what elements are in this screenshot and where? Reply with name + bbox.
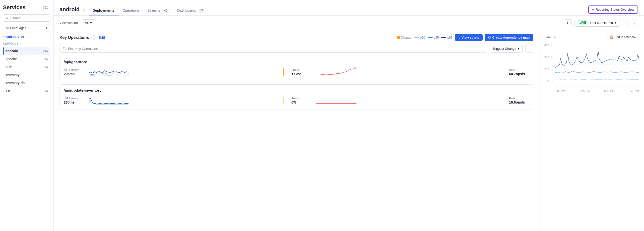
service-lang: Go xyxy=(44,65,48,69)
live-badge: LIVE xyxy=(578,20,588,25)
view-spans-button[interactable]: ↓ View spans xyxy=(455,34,483,41)
action-buttons: ↓ View spans ⬡ Create dependency map xyxy=(455,34,533,41)
tab-dashboards[interactable]: Dashboards 47 xyxy=(173,6,209,16)
errors-label: Errors xyxy=(291,97,311,100)
p50-line xyxy=(414,37,419,38)
latency-metric: p99 Latency 205ms xyxy=(64,68,84,76)
main-content: android ☆ Deployments Operations Streams… xyxy=(54,0,644,231)
errors-chart xyxy=(316,66,504,78)
key-ops-title: Key Operations xyxy=(60,35,89,40)
key-ops-search-input[interactable] xyxy=(68,47,484,50)
legend-p50: p50 xyxy=(414,36,425,39)
reporting-status-button[interactable]: ≡ Reporting Status Overview xyxy=(588,6,638,14)
latency-chart-container: 400ms 300ms 200ms 100ms xyxy=(544,43,639,92)
service-lang: Go xyxy=(43,49,48,53)
operation-row: /api/update-inventory p99 Latency 285ms xyxy=(60,84,533,110)
star-icon[interactable]: ☆ xyxy=(82,7,86,12)
legend-p95: p95 xyxy=(428,36,439,39)
dependency-icon: ⬡ xyxy=(488,36,491,39)
svg-point-4 xyxy=(355,103,356,104)
sidebar-title: Services xyxy=(3,4,26,11)
page-header: android ☆ Deployments Operations Streams… xyxy=(54,0,644,16)
latency-chart-title: Latency xyxy=(544,35,556,39)
errors-label: Errors xyxy=(291,68,311,72)
sidebar-item-android[interactable]: android Go xyxy=(3,47,50,55)
tab-streams[interactable]: Streams 40 xyxy=(144,6,173,16)
change-bar xyxy=(284,68,284,76)
list-icon: ≡ xyxy=(592,8,594,12)
service-name: auth xyxy=(6,65,12,69)
view-version-label: View version: xyxy=(60,21,79,25)
sidebar-item-apache[interactable]: apache Go xyxy=(3,55,50,63)
filter-select[interactable]: Biggest Change ▾ xyxy=(490,45,523,52)
chart-x-labels: 6:00 PM 6:15 PM 6:30 PM 6:45 PM xyxy=(555,90,639,92)
latency-chart xyxy=(89,95,276,106)
latency-chart xyxy=(89,66,276,78)
p95-line xyxy=(428,37,432,38)
more-options-button[interactable]: ⋮ xyxy=(525,44,533,52)
service-name: inventory xyxy=(6,73,20,77)
next-button[interactable]: › xyxy=(632,19,638,26)
help-icon[interactable]: ? xyxy=(92,35,96,40)
operation-row: /api/get-store p99 Latency 205ms xyxy=(60,56,533,82)
streams-badge: 40 xyxy=(162,9,169,13)
sidebar-search-box[interactable] xyxy=(3,14,50,22)
legend: Change p50 p95 p99 xyxy=(397,36,452,39)
rate-value: 68.7ops/s xyxy=(509,72,529,76)
sidebar-item-auth[interactable]: auth Go xyxy=(3,63,50,71)
tab-operations[interactable]: Operations xyxy=(118,6,144,16)
content-area: Key Operations ? Edit Change p50 p95 xyxy=(54,30,644,231)
service-name: android xyxy=(6,49,18,53)
sidebar-search-input[interactable] xyxy=(10,16,48,20)
services-list: android Go apache Go auth Go inventory i… xyxy=(3,47,50,95)
search-filter-row: Biggest Change ▾ ⋮ xyxy=(60,44,533,52)
errors-metric: Errors 0% xyxy=(291,97,311,104)
rate-metric: Rate 68.7ops/s xyxy=(509,68,529,76)
language-filter[interactable]: All Languages ▾ xyxy=(3,24,50,32)
operation-metrics: p99 Latency 205ms xyxy=(64,66,529,78)
sidebar-item-ios[interactable]: iOS Go xyxy=(3,87,50,95)
sidebar-item-inventory[interactable]: inventory xyxy=(3,71,50,79)
chart-panel: Latency 📋 Add to notebook 400ms 300ms 20… xyxy=(540,30,644,231)
p99-line xyxy=(441,37,446,38)
errors-value: 17.3% xyxy=(291,72,311,76)
pause-icon: ⏸ xyxy=(566,21,569,25)
operation-name: /api/update-inventory xyxy=(64,88,529,92)
sidebar-item-inventory-db[interactable]: inventory-db xyxy=(3,79,50,87)
tabs: Deployments Operations Streams 40 Dashbo… xyxy=(89,6,209,16)
time-range-select[interactable]: LIVE Last 60 minutes ▾ xyxy=(574,19,620,27)
create-dependency-map-button[interactable]: ⬡ Create dependency map xyxy=(484,34,533,41)
prev-button[interactable]: ‹ xyxy=(623,19,629,26)
chart-y-labels: 400ms 300ms 200ms 100ms xyxy=(544,43,555,92)
change-color xyxy=(397,36,400,39)
edit-link[interactable]: Edit xyxy=(98,36,105,40)
latency-label: p99 Latency xyxy=(64,97,84,100)
key-ops-header: Key Operations ? Edit Change p50 p95 xyxy=(60,34,533,41)
add-service-button[interactable]: + Add service xyxy=(3,35,50,38)
expand-icon[interactable] xyxy=(43,4,50,11)
operation-metrics: p99 Latency 285ms xyxy=(64,95,529,106)
chevron-down-icon: ▾ xyxy=(615,21,616,25)
service-name: apache xyxy=(6,57,17,61)
chevron-down-icon: ▾ xyxy=(90,21,92,25)
chevron-down-icon: ▾ xyxy=(518,47,520,50)
rate-label: Rate xyxy=(509,68,529,72)
service-name: iOS xyxy=(6,89,11,93)
tab-deployments[interactable]: Deployments xyxy=(89,6,118,16)
operation-name: /api/get-store xyxy=(64,60,529,64)
latency-value: 205ms xyxy=(64,72,84,76)
add-to-notebook-button[interactable]: 📋 Add to notebook xyxy=(607,34,639,40)
search-icon xyxy=(63,47,66,50)
rate-metric: Rate 16.6ops/s xyxy=(509,97,529,104)
chevron-down-icon: ▾ xyxy=(46,26,48,30)
chart-area xyxy=(555,43,639,86)
rate-label: Rate xyxy=(509,97,529,100)
sidebar-title-row: Services xyxy=(3,4,50,11)
version-select[interactable]: All ▾ xyxy=(82,20,95,26)
pause-button[interactable]: ⏸ xyxy=(564,20,572,26)
errors-metric: Errors 17.3% xyxy=(291,68,311,76)
errors-chart xyxy=(316,95,504,106)
change-bar xyxy=(284,96,284,104)
ops-search-box[interactable] xyxy=(60,45,487,52)
service-lang: Go xyxy=(44,57,48,61)
